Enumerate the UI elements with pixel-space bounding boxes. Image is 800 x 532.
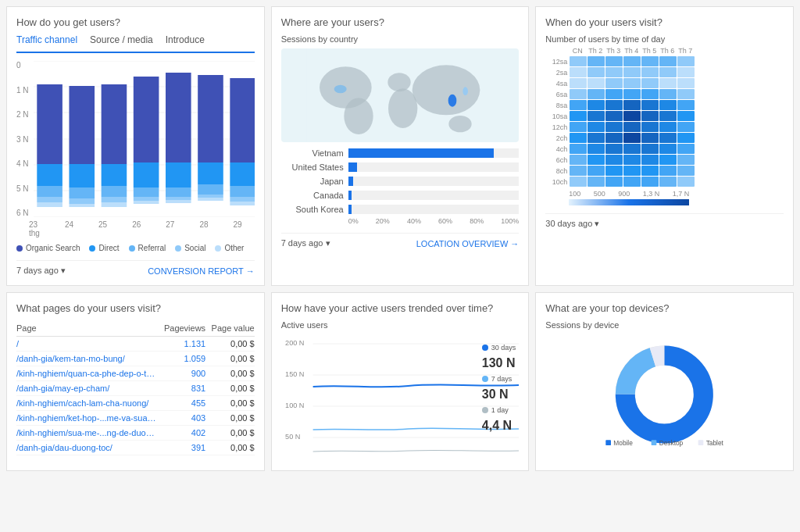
heatmap-cell <box>605 166 623 176</box>
tab-introduce[interactable]: Introduce <box>166 34 205 48</box>
heatmap-cell <box>659 56 677 66</box>
heatmap-cell <box>623 155 641 165</box>
traffic-period[interactable]: 7 days ago ▾ <box>16 266 66 276</box>
heatmap-cell <box>659 100 677 110</box>
south-korea-bar <box>348 205 352 214</box>
location-card: Where are your users? Sessions by countr… <box>271 6 530 286</box>
time-period[interactable]: 30 days ago ▾ <box>545 219 599 229</box>
svg-text:150 N: 150 N <box>285 370 304 378</box>
svg-rect-37 <box>230 78 255 162</box>
vietnam-bar <box>348 148 494 158</box>
heatmap-cell <box>570 177 587 187</box>
table-row: /danh-gia/may-ep-cham/8310,00 $ <box>16 381 255 396</box>
page-path[interactable]: /kinh-nghiem/sua-me-...ng-de-duoc-bao-la… <box>16 426 159 441</box>
pageviews-cell: 403 <box>159 411 205 426</box>
svg-point-44 <box>344 98 373 134</box>
devices-card: What are your top devices? Sessions by d… <box>535 292 794 471</box>
table-row: /kinh-nghiem/quan-ca-phe-dep-o-tan-binh/… <box>16 366 255 381</box>
traffic-legend: Organic Search Direct Referral Social Ot… <box>16 244 255 252</box>
svg-rect-28 <box>166 162 191 187</box>
svg-point-64 <box>636 366 693 423</box>
social-dot <box>175 245 181 252</box>
pageviews-cell: 391 <box>159 441 205 455</box>
page-path[interactable]: /kinh-nghiem/quan-ca-phe-dep-o-tan-binh/ <box>16 366 159 381</box>
traffic-title: How do you get users? <box>16 16 255 28</box>
heatmap-cell <box>641 144 659 154</box>
svg-text:Tablet: Tablet <box>706 439 724 447</box>
world-map-svg <box>281 48 520 142</box>
page-path[interactable]: /kinh-nghiem/cach-lam-cha-nuong/ <box>16 396 159 411</box>
30days-dot <box>482 345 488 351</box>
table-row: /kinh-nghiem/ket-hop-...me-va-sua-cong-t… <box>16 411 255 426</box>
heatmap-x-axis: 100 500 900 1,3 N 1,7 N <box>569 190 689 198</box>
heatmap-cell <box>570 56 587 66</box>
page-path[interactable]: /danh-gia/may-ep-cham/ <box>16 381 159 396</box>
heatmap-cell <box>677 144 695 154</box>
location-overview-link[interactable]: LOCATION OVERVIEW → <box>416 239 520 248</box>
tab-traffic-channel[interactable]: Traffic channel <box>16 34 77 53</box>
7days-dot <box>482 376 488 382</box>
svg-rect-35 <box>198 195 223 198</box>
svg-point-50 <box>334 85 346 94</box>
svg-rect-67 <box>652 440 657 445</box>
table-row: /1.1310,00 $ <box>16 337 255 352</box>
svg-rect-10 <box>37 197 62 202</box>
page-path[interactable]: /danh-gia/kem-tan-mo-bung/ <box>16 352 159 366</box>
table-row: /kinh-nghiem/cach-lam-cha-nuong/4550,00 … <box>16 396 255 411</box>
heatmap-cell <box>677 155 695 165</box>
value-cell: 0,00 $ <box>205 337 255 352</box>
heatmap-cell <box>659 78 677 88</box>
time-subtitle: Number of users by time of day <box>545 34 784 44</box>
heatmap-cell <box>623 111 641 121</box>
heatmap-cell <box>570 100 587 110</box>
page-path[interactable]: / <box>16 337 159 352</box>
svg-rect-15 <box>69 198 95 204</box>
heatmap-cell <box>570 78 587 88</box>
active-users-title: How have your active users trended over … <box>281 302 520 314</box>
svg-rect-17 <box>101 84 127 164</box>
heatmap-cell <box>641 78 659 88</box>
bar-chart <box>34 61 255 217</box>
heatmap-cell <box>588 89 605 99</box>
referral-dot <box>129 245 135 252</box>
svg-rect-20 <box>101 197 127 202</box>
heatmap-row: 8sa <box>545 100 784 110</box>
heatmap-cell <box>659 111 677 121</box>
heatmap-cell <box>677 166 695 176</box>
heatmap-cell <box>588 155 605 165</box>
direct-dot <box>89 245 95 252</box>
japan-bar <box>348 177 354 186</box>
pageviews-cell: 900 <box>159 366 205 381</box>
time-title: When do your users visit? <box>545 16 784 28</box>
heatmap-cell <box>677 78 695 88</box>
heatmap-cell <box>677 56 695 66</box>
heatmap-cell <box>570 89 587 99</box>
location-footer: 7 days ago ▾ LOCATION OVERVIEW → <box>281 233 520 248</box>
heatmap-cell <box>659 177 677 187</box>
traffic-footer: 7 days ago ▾ CONVERSION REPORT → <box>16 260 255 276</box>
conversion-report-link[interactable]: CONVERSION REPORT → <box>148 266 255 276</box>
pageviews-cell: 455 <box>159 396 205 411</box>
page-path[interactable]: /danh-gia/dau-duong-toc/ <box>16 441 159 455</box>
country-row-japan: Japan <box>281 177 520 186</box>
heatmap-cell <box>641 111 659 121</box>
svg-point-47 <box>412 65 480 115</box>
heatmap-cell <box>623 177 641 187</box>
heatmap-cell <box>588 78 605 88</box>
value-cell: 0,00 $ <box>205 396 255 411</box>
heatmap-cell <box>641 166 659 176</box>
30days-value: 130 N <box>482 356 516 370</box>
svg-text:Desktop: Desktop <box>659 439 684 447</box>
location-period[interactable]: 7 days ago ▾ <box>281 238 330 248</box>
page-path[interactable]: /kinh-nghiem/ket-hop-...me-va-sua-cong-t… <box>16 411 159 426</box>
heatmap-cell <box>659 122 677 132</box>
tab-source-media[interactable]: Source / media <box>90 34 153 48</box>
table-row: /kinh-nghiem/sua-me-...ng-de-duoc-bao-la… <box>16 426 255 441</box>
heatmap-gradient-bar <box>569 199 689 205</box>
heatmap-cell <box>570 111 587 121</box>
devices-subtitle: Sessions by device <box>545 320 784 330</box>
us-bar <box>348 162 357 172</box>
svg-rect-22 <box>133 77 159 162</box>
y-axis: 6 N 5 N 4 N 3 N 2 N 1 N 0 <box>16 61 34 217</box>
heatmap-cell <box>605 133 623 143</box>
